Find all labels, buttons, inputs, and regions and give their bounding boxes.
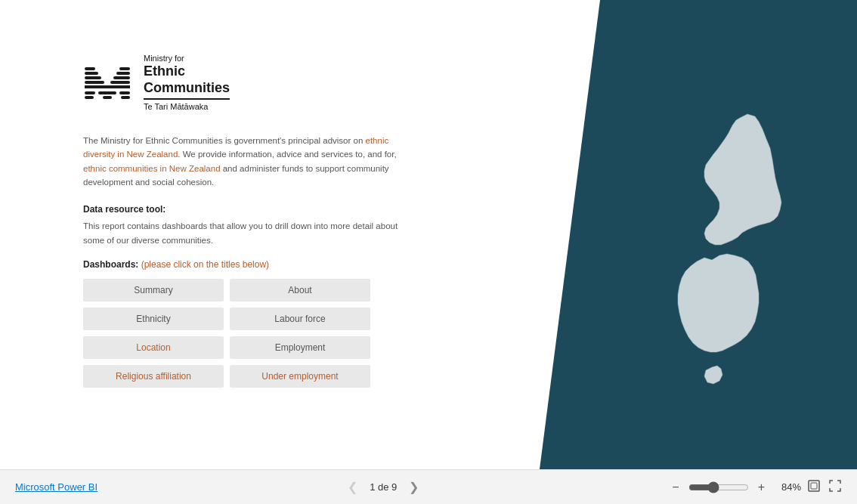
- zoom-minus-button[interactable]: −: [669, 481, 682, 494]
- logo-subtitle: Te Tari Mātāwaka: [144, 98, 230, 112]
- zoom-plus-button[interactable]: +: [755, 481, 768, 494]
- svg-rect-11: [119, 91, 130, 94]
- svg-rect-0: [85, 81, 104, 84]
- dashboard-btn-employment[interactable]: Employment: [230, 336, 370, 359]
- fullscreen-icon: [828, 479, 842, 493]
- map-container: [540, 0, 857, 469]
- svg-rect-1: [85, 76, 101, 79]
- pagination-text: 1 de 9: [370, 481, 397, 493]
- svg-rect-7: [119, 67, 130, 70]
- svg-rect-6: [116, 72, 130, 75]
- main-content-area: Ministry for EthnicCommunities Te Tari M…: [0, 0, 857, 469]
- dashboard-btn-labour-force[interactable]: Labour force: [230, 308, 370, 330]
- svg-rect-10: [98, 91, 116, 94]
- dashboard-btn-about[interactable]: About: [230, 279, 370, 301]
- dashboards-label: Dashboards: (please click on the titles …: [83, 259, 401, 270]
- right-panel: [438, 0, 857, 469]
- logo-ministry-for: Ministry for: [144, 53, 230, 63]
- logo-text: Ministry for EthnicCommunities Te Tari M…: [144, 53, 230, 113]
- ministry-logo-icon: [83, 58, 131, 107]
- bottom-bar: Microsoft Power BI ❮ 1 de 9 ❯ − + 84%: [0, 469, 857, 504]
- intro-text: The Ministry for Ethnic Communities is g…: [83, 134, 401, 190]
- svg-rect-5: [113, 76, 130, 79]
- svg-rect-4: [110, 81, 130, 84]
- dashboard-btn-summary[interactable]: Summary: [83, 279, 224, 301]
- svg-rect-8: [85, 85, 130, 88]
- fullscreen-button[interactable]: [828, 479, 842, 496]
- pagination-area: ❮ 1 de 9 ❯: [343, 478, 423, 496]
- zoom-percent: 84%: [774, 481, 801, 493]
- pagination-prev[interactable]: ❮: [343, 478, 362, 496]
- svg-rect-16: [811, 483, 817, 489]
- nz-map: [608, 57, 834, 420]
- zoom-slider[interactable]: [688, 481, 749, 493]
- svg-rect-9: [85, 91, 95, 94]
- logo-title: EthnicCommunities: [144, 63, 230, 96]
- svg-rect-14: [121, 96, 130, 99]
- dashboard-btn-under-employment[interactable]: Under employment: [230, 365, 370, 388]
- fit-screen-button[interactable]: [807, 479, 821, 496]
- svg-rect-2: [85, 72, 98, 75]
- view-icons: [807, 479, 842, 496]
- svg-rect-13: [103, 96, 112, 99]
- dashboard-grid: Summary About Ethnicity Labour force Loc…: [83, 279, 370, 388]
- dashboard-btn-location[interactable]: Location: [83, 336, 224, 359]
- dashboard-btn-religious-affiliation[interactable]: Religious affiliation: [83, 365, 224, 388]
- left-panel: Ministry for EthnicCommunities Te Tari M…: [0, 0, 438, 469]
- svg-rect-3: [85, 67, 95, 70]
- zoom-area: − + 84%: [669, 479, 842, 496]
- fit-screen-icon: [807, 479, 821, 493]
- svg-rect-15: [809, 481, 819, 491]
- dashboard-btn-ethnicity[interactable]: Ethnicity: [83, 308, 224, 330]
- data-resource-body: This report contains dashboards that all…: [83, 219, 401, 247]
- powerbi-link[interactable]: Microsoft Power BI: [15, 481, 97, 493]
- data-resource-heading: Data resource tool:: [83, 204, 401, 215]
- svg-rect-12: [85, 96, 94, 99]
- pagination-next[interactable]: ❯: [404, 478, 423, 496]
- logo-area: Ministry for EthnicCommunities Te Tari M…: [83, 53, 401, 113]
